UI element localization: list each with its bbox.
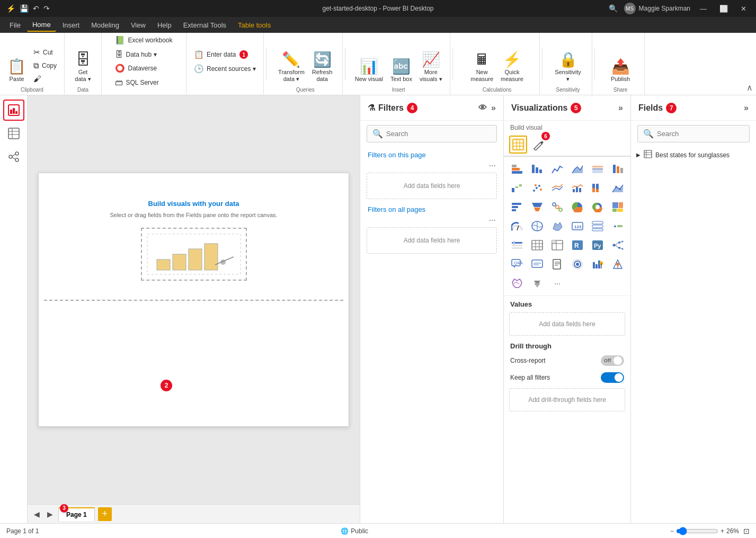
new-visual-btn[interactable]: 📊 New visual [352, 42, 386, 85]
viz-goals[interactable] [568, 255, 586, 273]
keep-filters-toggle-btn[interactable]: On [601, 372, 624, 383]
canvas-page[interactable]: Build visuals with your data Select or d… [38, 173, 349, 427]
data-hub-btn[interactable]: 🗄 Data hub ▾ [112, 48, 175, 60]
fields-item-sunglasses[interactable]: ▶ Best states for sunglasses [631, 147, 756, 163]
viz-scatter[interactable] [528, 179, 546, 197]
viz-funnel[interactable] [528, 198, 546, 216]
drill-drop-area[interactable]: Add drill-through fields here [509, 388, 625, 411]
tab-next-btn[interactable]: ▶ [45, 509, 55, 519]
viz-expand-icon[interactable]: » [618, 103, 623, 113]
menu-external-tools[interactable]: External Tools [178, 19, 232, 31]
page-tab-1[interactable]: 3 Page 1 [58, 507, 95, 521]
viz-horiz-bar[interactable] [508, 198, 526, 216]
menu-modeling[interactable]: Modeling [86, 19, 124, 31]
viz-get-more[interactable]: ··· [548, 274, 566, 292]
viz-gauge[interactable] [508, 217, 526, 235]
fields-search-input[interactable] [657, 130, 746, 138]
cross-report-toggle-btn[interactable]: Off [601, 355, 624, 366]
sql-server-btn[interactable]: 🗃 SQL Server [112, 76, 175, 88]
viz-stacked-bar[interactable] [508, 160, 526, 178]
viz-multirow-card[interactable] [589, 217, 607, 235]
viz-stacked-area[interactable] [589, 160, 607, 178]
viz-table-icon[interactable] [509, 136, 527, 154]
viz-paginated[interactable] [548, 255, 566, 273]
viz-treemap[interactable] [609, 198, 627, 216]
sensitivity-btn[interactable]: 🔒 Sensitivity▾ [552, 42, 584, 85]
menu-file[interactable]: File [4, 19, 26, 31]
save-icon[interactable]: 💾 [20, 4, 29, 13]
viz-line[interactable] [548, 160, 566, 178]
new-measure-btn[interactable]: 🖩 Newmeasure [467, 42, 496, 85]
viz-filled-map[interactable] [548, 217, 566, 235]
excel-workbook-btn[interactable]: 📗 Excel workbook [112, 34, 175, 47]
user-area[interactable]: MS Maggie Sparkman [624, 3, 690, 14]
maximize-btn[interactable]: ⬜ [716, 4, 731, 14]
filter-eye-icon[interactable]: 👁 [478, 103, 487, 113]
viz-area2[interactable] [609, 179, 627, 197]
filters-page-ellipsis[interactable]: ··· [489, 161, 496, 171]
viz-line-stacked[interactable] [548, 179, 566, 197]
redo-icon[interactable]: ↷ [43, 4, 50, 13]
text-box-btn[interactable]: 🔤 Text box [387, 42, 415, 85]
zoom-slider[interactable] [676, 527, 718, 535]
viz-pie[interactable] [568, 198, 586, 216]
filters-search-input[interactable] [386, 130, 491, 138]
fields-search-box[interactable]: 🔍 [637, 125, 750, 142]
data-view-btn[interactable] [3, 123, 24, 144]
viz-table[interactable] [528, 236, 546, 254]
viz-donut[interactable] [589, 198, 607, 216]
quick-measure-btn[interactable]: ⚡ Quickmeasure [497, 42, 527, 85]
search-icon[interactable]: 🔍 [609, 4, 618, 13]
add-page-btn[interactable]: + [98, 507, 112, 521]
filters-page-drop-area[interactable]: Add data fields here [367, 173, 497, 199]
recent-sources-btn[interactable]: 🕒 Recent sources ▾ [191, 62, 259, 75]
viz-dotplot[interactable] [548, 198, 566, 216]
filters-allpages-ellipsis[interactable]: ··· [489, 216, 496, 225]
viz-map[interactable] [528, 217, 546, 235]
viz-ribbon[interactable] [609, 160, 627, 178]
viz-kpi[interactable]: ▲ [609, 217, 627, 235]
transform-btn[interactable]: ✏️ Transformdata ▾ [275, 42, 308, 85]
model-view-btn[interactable] [3, 146, 24, 167]
viz-combo[interactable] [568, 179, 586, 197]
menu-insert[interactable]: Insert [57, 19, 85, 31]
format-painter-btn[interactable]: 🖌 [30, 73, 60, 85]
viz-qna[interactable]: Q&A [508, 255, 526, 273]
viz-slicer[interactable] [508, 236, 526, 254]
filters-search-box[interactable]: 🔍 [367, 125, 497, 142]
cut-btn[interactable]: ✂ Cut [30, 46, 60, 59]
viz-azure-map[interactable] [609, 255, 627, 273]
viz-100-stacked[interactable] [589, 179, 607, 197]
canvas-content[interactable]: Build visuals with your data Select or d… [28, 95, 360, 504]
viz-python[interactable]: Py [589, 236, 607, 254]
publish-btn[interactable]: 📤 Publish [608, 42, 633, 85]
viz-more-items[interactable] [528, 274, 546, 292]
viz-waterfall[interactable] [508, 179, 526, 197]
filters-allpages-drop-area[interactable]: Add data fields here [367, 227, 497, 254]
menu-home[interactable]: Home [27, 19, 56, 32]
viz-r-script[interactable]: R [568, 236, 586, 254]
minimize-btn[interactable]: — [697, 4, 710, 14]
viz-narrative[interactable] [528, 255, 546, 273]
enter-data-btn[interactable]: 📋 Enter data 1 [191, 48, 259, 61]
close-btn[interactable]: ✕ [737, 4, 750, 14]
copy-btn[interactable]: ⧉ Copy [30, 59, 60, 72]
values-drop-area[interactable]: Add data fields here [509, 312, 625, 336]
viz-card[interactable]: 123 [568, 217, 586, 235]
filter-expand-icon[interactable]: » [491, 103, 496, 113]
menu-view[interactable]: View [126, 19, 151, 31]
viz-decomp-tree[interactable] [609, 236, 627, 254]
dataverse-btn[interactable]: ⭕ Dataverse [112, 62, 175, 75]
report-view-btn[interactable] [3, 100, 24, 121]
viz-pen-icon[interactable]: 6 [529, 136, 547, 154]
menu-table-tools[interactable]: Table tools [233, 19, 276, 31]
get-data-btn[interactable]: 🗄 Getdata ▾ [72, 42, 94, 85]
tab-prev-btn[interactable]: ◀ [32, 509, 42, 519]
more-visuals-btn[interactable]: 📈 Morevisuals ▾ [416, 42, 446, 85]
paste-btn[interactable]: 📋 Paste [4, 42, 29, 85]
undo-icon[interactable]: ↶ [33, 4, 39, 13]
viz-area[interactable] [568, 160, 586, 178]
fields-expand-icon[interactable]: » [744, 103, 749, 113]
menu-help[interactable]: Help [152, 19, 177, 31]
ribbon-collapse-btn[interactable]: ∧ [743, 80, 756, 95]
